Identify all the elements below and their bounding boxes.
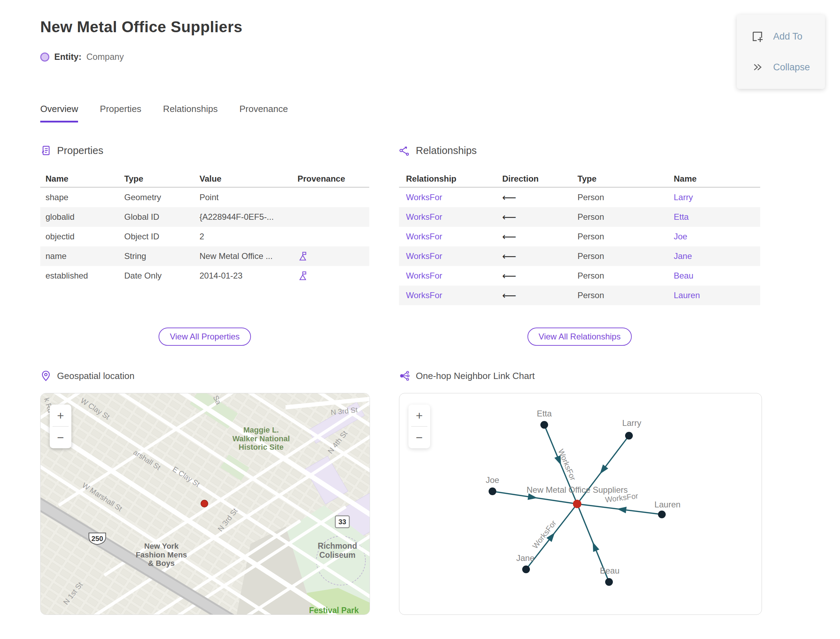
tab-properties[interactable]: Properties bbox=[100, 103, 142, 122]
related-entity-link[interactable]: Etta bbox=[674, 212, 760, 222]
property-row: objectidObject ID2 bbox=[40, 227, 369, 246]
map-canvas[interactable]: 25033 k RdW Clay StSaarshall StW Marshal… bbox=[41, 393, 370, 615]
property-type-cell: Global ID bbox=[124, 212, 199, 222]
chart-edge-label: WorksFor bbox=[557, 448, 578, 482]
entity-type-cell: Person bbox=[578, 251, 674, 261]
geospatial-section-title: Geospatial location bbox=[57, 370, 134, 381]
chart-edge-arrowhead bbox=[617, 507, 627, 513]
chart-edge-arrowhead bbox=[600, 464, 608, 474]
entity-type-cell: Person bbox=[578, 232, 674, 242]
property-name-cell: objectid bbox=[46, 232, 124, 242]
direction-arrow: ⟵ bbox=[502, 251, 578, 262]
property-provenance-cell bbox=[298, 251, 369, 261]
entity-type-value: Company bbox=[86, 52, 124, 62]
one-hop-link-chart[interactable]: + − WorksForWorksForWorksForEttaLarryJoe… bbox=[399, 393, 762, 615]
properties-table: Name Type Value Provenance shapeGeometry… bbox=[40, 171, 369, 286]
chart-node-Jane[interactable] bbox=[522, 566, 530, 573]
relationship-row: WorksFor⟵PersonLauren bbox=[399, 286, 760, 305]
property-type-cell: Object ID bbox=[124, 232, 199, 242]
related-entity-link[interactable]: Joe bbox=[674, 232, 760, 242]
direction-arrow: ⟵ bbox=[502, 211, 578, 223]
add-to-button[interactable]: Add To bbox=[737, 30, 825, 43]
route-shield: 33 bbox=[335, 516, 349, 528]
properties-section-title: Properties bbox=[57, 145, 103, 156]
chart-node-label: Joe bbox=[486, 475, 500, 485]
geospatial-map[interactable]: + − bbox=[40, 393, 370, 615]
entity-type-cell: Person bbox=[578, 192, 674, 202]
related-entity-link[interactable]: Beau bbox=[674, 271, 760, 281]
route-shield: 250 bbox=[89, 533, 106, 545]
chart-node-Lauren[interactable] bbox=[658, 510, 666, 518]
property-value-cell: 2 bbox=[199, 232, 298, 242]
relationship-row: WorksFor⟵PersonLarry bbox=[399, 188, 760, 207]
relationship-row: WorksFor⟵PersonBeau bbox=[399, 266, 760, 286]
tab-provenance[interactable]: Provenance bbox=[239, 103, 288, 122]
tab-relationships[interactable]: Relationships bbox=[163, 103, 218, 122]
property-value-cell: {A228944F-0EF5-... bbox=[199, 212, 298, 222]
entity-label: Entity: bbox=[54, 52, 81, 62]
page-title: New Metal Office Suppliers bbox=[40, 18, 243, 36]
col-header-relationship: Relationship bbox=[406, 174, 502, 184]
property-name-cell: established bbox=[46, 271, 124, 281]
col-header-provenance: Provenance bbox=[298, 174, 369, 184]
tab-bar: Overview Properties Relationships Proven… bbox=[40, 103, 288, 122]
map-zoom-in-button[interactable]: + bbox=[50, 405, 72, 426]
property-row: globalidGlobal ID{A228944F-0EF5-... bbox=[40, 207, 369, 227]
related-entity-link[interactable]: Larry bbox=[674, 192, 760, 202]
property-row: nameStringNew Metal Office ... bbox=[40, 246, 369, 266]
svg-text:33: 33 bbox=[339, 518, 346, 526]
chart-zoom-in-button[interactable]: + bbox=[409, 405, 430, 426]
link-chart-canvas[interactable]: WorksForWorksForWorksForEttaLarryJoeJane… bbox=[399, 393, 760, 614]
properties-icon bbox=[40, 145, 51, 156]
map-zoom-out-button[interactable]: − bbox=[50, 427, 72, 448]
property-name-cell: name bbox=[46, 251, 124, 261]
chart-node-label: Jane bbox=[516, 553, 535, 563]
relationship-type-link[interactable]: WorksFor bbox=[406, 232, 502, 242]
svg-text:250: 250 bbox=[91, 535, 103, 542]
tab-overview[interactable]: Overview bbox=[40, 103, 78, 122]
chart-edge-arrowhead bbox=[593, 542, 599, 552]
geospatial-section-header: Geospatial location bbox=[40, 370, 134, 381]
chart-node-label: Larry bbox=[622, 418, 641, 428]
direction-arrow: ⟵ bbox=[502, 231, 578, 243]
relationship-row: WorksFor⟵PersonJoe bbox=[399, 227, 760, 246]
relationship-type-link[interactable]: WorksFor bbox=[406, 212, 502, 222]
col-header-type: Type bbox=[578, 174, 674, 184]
provenance-flag-icon[interactable] bbox=[298, 251, 308, 261]
view-all-properties-button[interactable]: View All Properties bbox=[159, 327, 251, 346]
link-chart-section-title: One-hop Neighbor Link Chart bbox=[416, 370, 535, 381]
relationship-type-link[interactable]: WorksFor bbox=[406, 291, 502, 300]
actions-flyout: Add To Collapse bbox=[737, 15, 825, 89]
property-type-cell: String bbox=[124, 251, 199, 261]
property-type-cell: Date Only bbox=[124, 271, 199, 281]
related-entity-link[interactable]: Jane bbox=[674, 251, 760, 261]
col-header-value: Value bbox=[199, 174, 298, 184]
chart-node-Larry[interactable] bbox=[625, 432, 633, 440]
add-to-icon bbox=[751, 30, 764, 43]
provenance-flag-icon[interactable] bbox=[298, 270, 308, 281]
relationship-type-link[interactable]: WorksFor bbox=[406, 271, 502, 281]
properties-section: Properties Name Type Value Provenance sh… bbox=[40, 143, 369, 286]
property-provenance-cell bbox=[298, 270, 369, 281]
related-entity-link[interactable]: Lauren bbox=[674, 291, 760, 300]
relationship-type-link[interactable]: WorksFor bbox=[406, 192, 502, 202]
map-pin-icon bbox=[40, 370, 51, 381]
entity-badge-icon bbox=[40, 52, 49, 62]
entity-detail-page: New Metal Office Suppliers Entity: Compa… bbox=[0, 0, 840, 639]
relationships-section: Relationships Relationship Direction Typ… bbox=[399, 143, 760, 305]
chart-center-node[interactable] bbox=[573, 500, 581, 508]
relationship-type-link[interactable]: WorksFor bbox=[406, 251, 502, 261]
chart-node-Etta[interactable] bbox=[540, 421, 548, 429]
relationships-table: Relationship Direction Type Name WorksFo… bbox=[399, 171, 760, 305]
double-chevron-right-icon bbox=[751, 60, 764, 74]
relationships-icon bbox=[399, 145, 410, 156]
chart-node-Beau[interactable] bbox=[605, 578, 613, 586]
property-row: establishedDate Only2014-01-23 bbox=[40, 266, 369, 286]
collapse-button[interactable]: Collapse bbox=[737, 60, 825, 74]
map-marker[interactable] bbox=[201, 500, 208, 507]
chart-zoom-control: + − bbox=[409, 405, 430, 448]
chart-zoom-out-button[interactable]: − bbox=[409, 427, 430, 448]
chart-node-Joe[interactable] bbox=[488, 488, 496, 495]
property-name-cell: shape bbox=[46, 192, 124, 202]
view-all-relationships-button[interactable]: View All Relationships bbox=[527, 327, 632, 346]
